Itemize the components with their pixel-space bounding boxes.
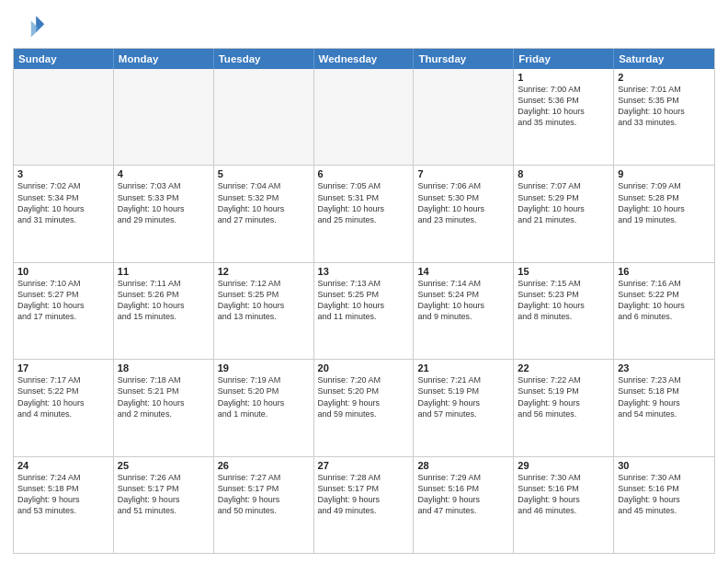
- calendar-cell: 24Sunrise: 7:24 AMSunset: 5:18 PMDayligh…: [14, 457, 114, 553]
- day-number: 30: [618, 460, 711, 471]
- day-number: 27: [318, 460, 410, 471]
- day-info: Sunrise: 7:27 AMSunset: 5:17 PMDaylight:…: [218, 472, 310, 517]
- day-info: Sunrise: 7:15 AMSunset: 5:23 PMDaylight:…: [518, 278, 609, 323]
- day-info: Sunrise: 7:11 AMSunset: 5:26 PMDaylight:…: [118, 278, 210, 323]
- day-number: 12: [218, 266, 310, 277]
- day-number: 5: [218, 168, 310, 179]
- day-number: 19: [218, 362, 310, 373]
- calendar-cell: 29Sunrise: 7:30 AMSunset: 5:16 PMDayligh…: [514, 457, 614, 553]
- day-number: 23: [618, 362, 711, 373]
- day-info: Sunrise: 7:23 AMSunset: 5:18 PMDaylight:…: [618, 374, 711, 419]
- day-info: Sunrise: 7:03 AMSunset: 5:33 PMDaylight:…: [118, 180, 210, 225]
- day-info: Sunrise: 7:16 AMSunset: 5:22 PMDaylight:…: [618, 278, 711, 323]
- calendar-cell: 23Sunrise: 7:23 AMSunset: 5:18 PMDayligh…: [614, 360, 714, 455]
- calendar-cell: 22Sunrise: 7:22 AMSunset: 5:19 PMDayligh…: [514, 360, 614, 455]
- day-number: 1: [518, 72, 609, 83]
- calendar-cell: 19Sunrise: 7:19 AMSunset: 5:20 PMDayligh…: [214, 360, 314, 455]
- calendar-cell: [414, 69, 514, 165]
- day-info: Sunrise: 7:20 AMSunset: 5:20 PMDaylight:…: [318, 374, 410, 419]
- day-info: Sunrise: 7:29 AMSunset: 5:16 PMDaylight:…: [417, 472, 509, 517]
- header-cell-friday: Friday: [514, 49, 614, 69]
- calendar-cell: 26Sunrise: 7:27 AMSunset: 5:17 PMDayligh…: [214, 457, 314, 553]
- calendar-cell: [314, 69, 415, 165]
- calendar-body: 1Sunrise: 7:00 AMSunset: 5:36 PMDaylight…: [14, 69, 714, 553]
- calendar-row-5: 24Sunrise: 7:24 AMSunset: 5:18 PMDayligh…: [14, 456, 714, 553]
- calendar-cell: 11Sunrise: 7:11 AMSunset: 5:26 PMDayligh…: [114, 263, 214, 359]
- day-number: 24: [17, 460, 109, 471]
- calendar-cell: 8Sunrise: 7:07 AMSunset: 5:29 PMDaylight…: [514, 166, 614, 261]
- day-info: Sunrise: 7:19 AMSunset: 5:20 PMDaylight:…: [218, 374, 310, 419]
- calendar-cell: 10Sunrise: 7:10 AMSunset: 5:27 PMDayligh…: [14, 263, 114, 359]
- day-info: Sunrise: 7:12 AMSunset: 5:25 PMDaylight:…: [218, 278, 310, 323]
- day-info: Sunrise: 7:04 AMSunset: 5:32 PMDaylight:…: [218, 180, 310, 225]
- day-number: 15: [518, 266, 609, 277]
- day-info: Sunrise: 7:01 AMSunset: 5:35 PMDaylight:…: [618, 84, 711, 129]
- calendar-cell: 2Sunrise: 7:01 AMSunset: 5:35 PMDaylight…: [614, 69, 714, 165]
- day-info: Sunrise: 7:10 AMSunset: 5:27 PMDaylight:…: [17, 278, 109, 323]
- day-number: 11: [118, 266, 210, 277]
- day-number: 17: [17, 362, 109, 373]
- day-number: 8: [518, 168, 609, 179]
- calendar-cell: 27Sunrise: 7:28 AMSunset: 5:17 PMDayligh…: [314, 457, 415, 553]
- day-number: 18: [118, 362, 210, 373]
- day-number: 9: [618, 168, 711, 179]
- day-info: Sunrise: 7:30 AMSunset: 5:16 PMDaylight:…: [618, 472, 711, 517]
- day-info: Sunrise: 7:17 AMSunset: 5:22 PMDaylight:…: [17, 374, 109, 419]
- day-number: 2: [618, 72, 711, 83]
- page: SundayMondayTuesdayWednesdayThursdayFrid…: [0, 0, 728, 563]
- day-info: Sunrise: 7:28 AMSunset: 5:17 PMDaylight:…: [318, 472, 410, 517]
- calendar: SundayMondayTuesdayWednesdayThursdayFrid…: [13, 48, 715, 554]
- calendar-row-3: 10Sunrise: 7:10 AMSunset: 5:27 PMDayligh…: [14, 262, 714, 359]
- day-number: 21: [417, 362, 509, 373]
- header-cell-thursday: Thursday: [414, 49, 514, 69]
- day-number: 25: [118, 460, 210, 471]
- day-info: Sunrise: 7:26 AMSunset: 5:17 PMDaylight:…: [118, 472, 210, 517]
- header-cell-monday: Monday: [114, 49, 214, 69]
- day-number: 16: [618, 266, 711, 277]
- day-number: 14: [417, 266, 509, 277]
- header: [13, 9, 715, 42]
- day-number: 28: [417, 460, 509, 471]
- day-info: Sunrise: 7:22 AMSunset: 5:19 PMDaylight:…: [518, 374, 609, 419]
- calendar-cell: 4Sunrise: 7:03 AMSunset: 5:33 PMDaylight…: [114, 166, 214, 261]
- calendar-cell: 17Sunrise: 7:17 AMSunset: 5:22 PMDayligh…: [14, 360, 114, 455]
- day-info: Sunrise: 7:07 AMSunset: 5:29 PMDaylight:…: [518, 180, 609, 225]
- day-info: Sunrise: 7:21 AMSunset: 5:19 PMDaylight:…: [417, 374, 509, 419]
- day-info: Sunrise: 7:06 AMSunset: 5:30 PMDaylight:…: [417, 180, 509, 225]
- header-cell-wednesday: Wednesday: [314, 49, 415, 69]
- calendar-cell: 5Sunrise: 7:04 AMSunset: 5:32 PMDaylight…: [214, 166, 314, 261]
- day-number: 3: [17, 168, 109, 179]
- calendar-row-4: 17Sunrise: 7:17 AMSunset: 5:22 PMDayligh…: [14, 359, 714, 455]
- calendar-cell: 21Sunrise: 7:21 AMSunset: 5:19 PMDayligh…: [414, 360, 514, 455]
- calendar-cell: 16Sunrise: 7:16 AMSunset: 5:22 PMDayligh…: [614, 263, 714, 359]
- calendar-cell: 13Sunrise: 7:13 AMSunset: 5:25 PMDayligh…: [314, 263, 415, 359]
- day-number: 13: [318, 266, 410, 277]
- day-info: Sunrise: 7:02 AMSunset: 5:34 PMDaylight:…: [17, 180, 109, 225]
- calendar-cell: 20Sunrise: 7:20 AMSunset: 5:20 PMDayligh…: [314, 360, 415, 455]
- calendar-cell: 9Sunrise: 7:09 AMSunset: 5:28 PMDaylight…: [614, 166, 714, 261]
- day-number: 26: [218, 460, 310, 471]
- day-info: Sunrise: 7:05 AMSunset: 5:31 PMDaylight:…: [318, 180, 410, 225]
- day-number: 4: [118, 168, 210, 179]
- calendar-row-1: 1Sunrise: 7:00 AMSunset: 5:36 PMDaylight…: [14, 69, 714, 165]
- calendar-cell: 14Sunrise: 7:14 AMSunset: 5:24 PMDayligh…: [414, 263, 514, 359]
- header-cell-sunday: Sunday: [14, 49, 114, 69]
- calendar-cell: [114, 69, 214, 165]
- calendar-cell: 6Sunrise: 7:05 AMSunset: 5:31 PMDaylight…: [314, 166, 415, 261]
- day-info: Sunrise: 7:30 AMSunset: 5:16 PMDaylight:…: [518, 472, 609, 517]
- day-info: Sunrise: 7:09 AMSunset: 5:28 PMDaylight:…: [618, 180, 711, 225]
- day-number: 29: [518, 460, 609, 471]
- calendar-cell: 15Sunrise: 7:15 AMSunset: 5:23 PMDayligh…: [514, 263, 614, 359]
- header-cell-tuesday: Tuesday: [214, 49, 314, 69]
- calendar-cell: 7Sunrise: 7:06 AMSunset: 5:30 PMDaylight…: [414, 166, 514, 261]
- calendar-cell: 3Sunrise: 7:02 AMSunset: 5:34 PMDaylight…: [14, 166, 114, 261]
- day-info: Sunrise: 7:14 AMSunset: 5:24 PMDaylight:…: [417, 278, 509, 323]
- calendar-cell: 12Sunrise: 7:12 AMSunset: 5:25 PMDayligh…: [214, 263, 314, 359]
- day-info: Sunrise: 7:00 AMSunset: 5:36 PMDaylight:…: [518, 84, 609, 129]
- day-number: 7: [417, 168, 509, 179]
- day-info: Sunrise: 7:13 AMSunset: 5:25 PMDaylight:…: [318, 278, 410, 323]
- day-number: 6: [318, 168, 410, 179]
- calendar-row-2: 3Sunrise: 7:02 AMSunset: 5:34 PMDaylight…: [14, 165, 714, 261]
- day-info: Sunrise: 7:24 AMSunset: 5:18 PMDaylight:…: [17, 472, 109, 517]
- day-info: Sunrise: 7:18 AMSunset: 5:21 PMDaylight:…: [118, 374, 210, 419]
